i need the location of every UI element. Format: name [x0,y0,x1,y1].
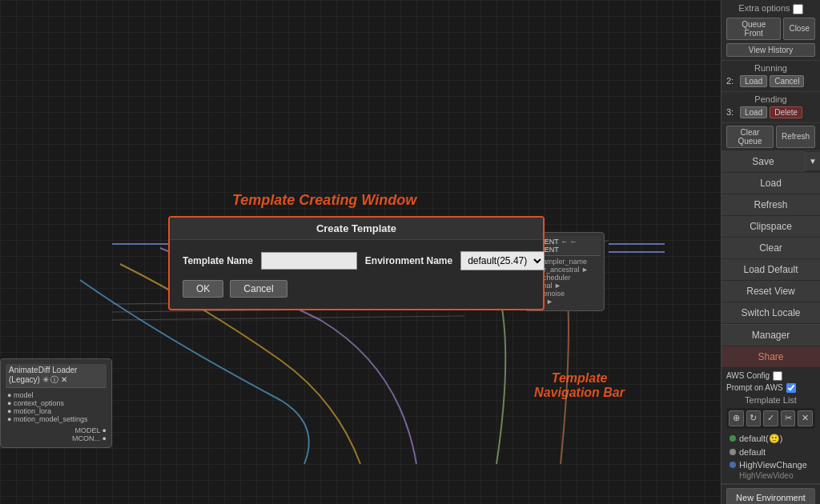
load-default-button[interactable]: Load Default [722,259,820,281]
environment-name-select[interactable]: default(25.47) default production [460,251,545,270]
extra-options-checkbox[interactable] [793,4,803,14]
template-item-highview-sub: HighViewVideo [726,471,815,480]
template-item-default[interactable]: default [726,446,815,458]
refresh-top-button[interactable]: Refresh [776,126,815,148]
template-dot [730,449,736,455]
template-creating-label: Template Creating Window [232,192,416,209]
template-list-label: Template List [726,395,815,405]
manager-button[interactable]: Manager [722,325,820,346]
clear-queue-row: Clear Queue Refresh [722,123,820,151]
template-item-highview[interactable]: HighViewChange [726,458,815,471]
queue-front-button[interactable]: Queue Front [726,18,781,40]
clear-queue-button[interactable]: Clear Queue [726,126,774,148]
template-name-label: Template Name [183,255,253,266]
template-tool-check[interactable]: ✓ [763,410,778,426]
running-section: Running 2: Load Cancel [722,61,820,92]
load-button[interactable]: Load [722,173,820,194]
pending-load-button[interactable]: Load [740,106,767,118]
manager-section: Manager Share [722,324,820,368]
right-sidebar: Extra options Queue Front Close View His… [721,0,820,504]
pending-delete-button[interactable]: Delete [770,106,802,118]
template-item-default-emoji[interactable]: default(🙂) [726,432,815,446]
template-name: default(🙂) [739,434,782,444]
pending-section: Pending 3: Load Delete [722,92,820,123]
running-cancel-button[interactable]: Cancel [770,75,804,87]
node-animatediff[interactable]: AnimateDiff Loader (Legacy) ✳ ⓘ ✕ ● mode… [0,358,112,448]
bottom-section: New Environment Restart ComfyUI Reset to… [722,484,820,504]
switch-locale-button[interactable]: Switch Locale [722,302,820,324]
graph-canvas: Template Creating Window TemplateNavigat… [0,0,721,504]
share-button[interactable]: Share [722,346,820,368]
modal-title: Create Template [170,218,543,240]
pending-number: 3: [726,107,738,117]
refresh-button[interactable]: Refresh [722,194,820,216]
pending-label: Pending [726,94,815,104]
template-section: AWS Config Prompt on AWS Template List ⊕… [722,368,820,484]
template-name-input[interactable] [261,252,357,270]
template-nav-label: TemplateNavigation Bar [534,371,625,400]
save-dropdown-arrow[interactable]: ▼ [805,152,820,171]
running-label: Running [726,63,815,73]
extra-options-section: Extra options Queue Front Close View His… [722,0,820,61]
template-name: HighViewChange [739,460,807,470]
template-dot [730,435,736,442]
save-row: Save ▼ [722,151,820,173]
view-history-button[interactable]: View History [726,43,815,57]
template-tool-settings[interactable]: ✂ [781,410,796,426]
template-name: default [739,447,766,457]
ok-button[interactable]: OK [183,280,223,298]
prompt-on-aws-checkbox[interactable] [786,383,796,393]
save-button[interactable]: Save [722,151,805,173]
close-button[interactable]: Close [783,18,815,40]
template-tool-refresh[interactable]: ↻ [746,410,762,426]
create-template-modal: Create Template Template Name Environmen… [168,216,545,310]
aws-config-label: AWS Config [726,371,770,380]
clear-button[interactable]: Clear [722,238,820,259]
template-tool-add[interactable]: ⊕ [729,410,744,426]
running-load-button[interactable]: Load [740,75,767,87]
environment-name-label: Environment Name [365,255,452,266]
template-dot [730,462,736,468]
new-environment-button[interactable]: New Environment [726,488,815,504]
template-toolbar: ⊕ ↻ ✓ ✂ ✕ [726,408,815,429]
extra-options-label: Extra options [726,3,815,14]
running-number: 2: [726,76,738,86]
prompt-on-aws-label: Prompt on AWS [726,383,783,392]
clipspace-button[interactable]: Clipspace [722,216,820,238]
reset-view-button[interactable]: Reset View [722,281,820,302]
cancel-button[interactable]: Cancel [230,280,287,298]
template-tool-close[interactable]: ✕ [798,410,813,426]
aws-config-checkbox[interactable] [773,371,782,381]
